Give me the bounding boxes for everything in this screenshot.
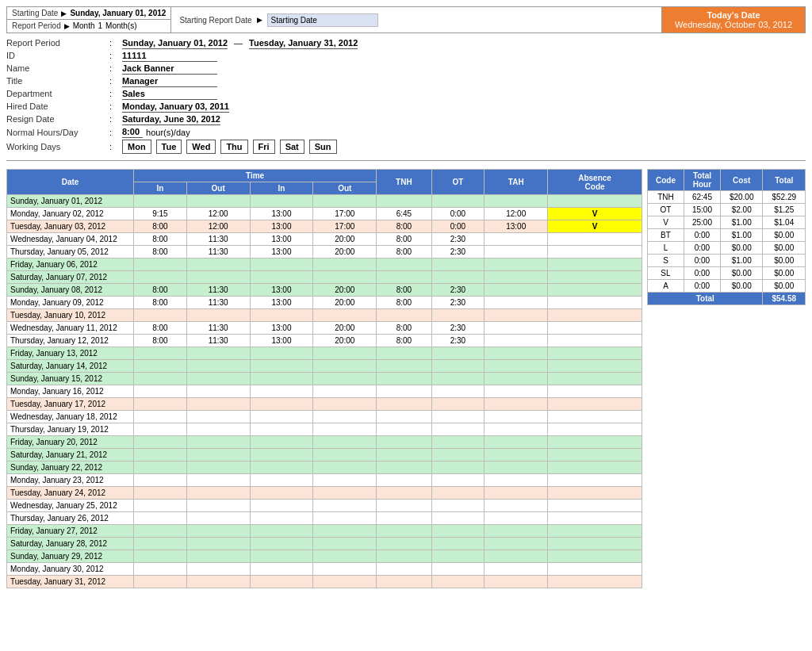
ot-cell <box>431 258 485 271</box>
working-day-sat: Sat <box>280 140 304 154</box>
out1-cell <box>186 525 250 538</box>
out1-cell <box>186 360 250 373</box>
tnh-cell <box>377 411 431 423</box>
in2-cell <box>250 423 313 436</box>
department-row: Department : Sales <box>6 89 806 100</box>
out1-cell <box>186 512 250 525</box>
in2-cell <box>250 538 313 550</box>
total_hour-summary-cell: 25:00 <box>684 216 720 229</box>
in1-cell <box>134 500 187 512</box>
out2-cell: 20:00 <box>313 284 377 297</box>
in2-cell <box>250 309 313 322</box>
out2-cell <box>313 360 377 373</box>
code-summary-cell: V <box>648 216 684 229</box>
in2-cell <box>250 512 313 525</box>
tnh-cell <box>377 474 431 487</box>
working-day-mon: Mon <box>122 140 151 154</box>
cost-summary-cell: $1.00 <box>720 216 763 229</box>
name-row: Name : Jack Banner <box>6 63 806 75</box>
date-cell: Monday, January 16, 2012 <box>7 385 134 398</box>
attendance-row: Wednesday, January 25, 2012 <box>7 500 642 512</box>
tnh-cell <box>377 385 431 398</box>
out1-cell: 11:30 <box>186 297 250 309</box>
total-summary-cell: $0.00 <box>763 267 806 280</box>
in2-cell <box>250 271 313 284</box>
out2-cell <box>313 500 377 512</box>
total-row: Total $54.58 <box>648 293 806 305</box>
date-cell: Sunday, January 29, 2012 <box>7 550 134 563</box>
tah-cell <box>485 398 548 411</box>
attendance-row: Thursday, January 26, 2012 <box>7 512 642 525</box>
cost-summary-cell: $1.00 <box>720 255 763 267</box>
attendance-row: Sunday, January 15, 2012 <box>7 373 642 385</box>
total_hour-summary-cell: 0:00 <box>684 267 720 280</box>
absence-cell <box>548 500 642 512</box>
tnh-cell <box>377 487 431 500</box>
in1-cell <box>134 385 187 398</box>
todays-date-label: Today's Date <box>707 10 760 20</box>
total_hour-summary-cell: 15:00 <box>684 204 720 216</box>
in1-cell: 8:00 <box>134 246 187 258</box>
out1-cell <box>186 373 250 385</box>
absence-cell <box>548 474 642 487</box>
cost-summary-cell: $0.00 <box>720 242 763 255</box>
in1-cell <box>134 550 187 563</box>
out1-cell <box>186 436 250 449</box>
out1-cell: 12:00 <box>186 220 250 233</box>
absence-cell <box>548 297 642 309</box>
working-days-list: MonTueWedThuFriSatSun <box>122 140 337 154</box>
date-cell: Friday, January 13, 2012 <box>7 347 134 360</box>
ot-cell: 2:30 <box>431 246 485 258</box>
tnh-cell <box>377 423 431 436</box>
report-period-arrow: ▶ <box>64 22 70 30</box>
tah-cell <box>485 461 548 474</box>
in1-cell <box>134 538 187 550</box>
report-period-unit: Month(s) <box>105 21 136 30</box>
out2-cell <box>313 550 377 563</box>
tah-cell <box>485 385 548 398</box>
code-summary-cell: BT <box>648 229 684 242</box>
ot-cell <box>431 474 485 487</box>
tah-cell <box>485 195 548 208</box>
report-period-info-label: Report Period <box>6 38 109 48</box>
total_hour-summary-cell: 0:00 <box>684 242 720 255</box>
date-cell: Monday, January 09, 2012 <box>7 297 134 309</box>
starting-report-date-input[interactable] <box>267 13 378 27</box>
summary-row: S0:00$1.00$0.00 <box>648 255 806 267</box>
date-cell: Wednesday, January 18, 2012 <box>7 411 134 423</box>
ot-cell: 2:30 <box>431 297 485 309</box>
report-period-end: Tuesday, January 31, 2012 <box>249 38 358 49</box>
working-day-tue: Tue <box>156 140 182 154</box>
in1-cell <box>134 487 187 500</box>
summary-row: BT0:00$1.00$0.00 <box>648 229 806 242</box>
tnh-cell <box>377 525 431 538</box>
tah-cell: 12:00 <box>485 208 548 220</box>
cost-summary-cell: $0.00 <box>720 280 763 293</box>
date-cell: Saturday, January 28, 2012 <box>7 538 134 550</box>
date-cell: Monday, January 23, 2012 <box>7 474 134 487</box>
cost-summary-cell: $1.00 <box>720 229 763 242</box>
out2-cell <box>313 398 377 411</box>
total-label: Total <box>648 293 763 305</box>
total-summary-cell: $0.00 <box>763 280 806 293</box>
tah-cell <box>485 309 548 322</box>
out1-cell <box>186 309 250 322</box>
in1-cell: 8:00 <box>134 322 187 335</box>
out1-cell <box>186 576 250 588</box>
total-summary-cell: $1.25 <box>763 204 806 216</box>
in1-cell <box>134 398 187 411</box>
attendance-row: Monday, January 30, 2012 <box>7 563 642 576</box>
in1-cell <box>134 423 187 436</box>
attendance-row: Wednesday, January 18, 2012 <box>7 411 642 423</box>
attendance-row: Thursday, January 12, 20128:0011:3013:00… <box>7 335 642 347</box>
total-summary-cell: $1.04 <box>763 216 806 229</box>
total-summary-cell: $0.00 <box>763 255 806 267</box>
working-day-fri: Fri <box>253 140 275 154</box>
report-period-start: Sunday, January 01, 2012 <box>122 38 228 49</box>
in1-cell <box>134 436 187 449</box>
date-cell: Tuesday, January 10, 2012 <box>7 309 134 322</box>
ot-cell <box>431 500 485 512</box>
in2-cell <box>250 461 313 474</box>
attendance-table-wrap: Date Time TNH OT TAH AbsenceCode In Out … <box>6 169 642 588</box>
department-label: Department <box>6 89 109 98</box>
